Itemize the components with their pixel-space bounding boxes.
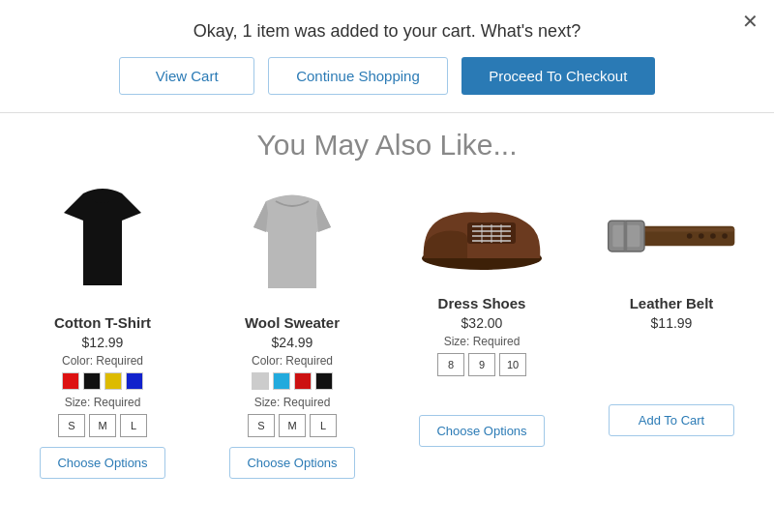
size-options-dress-shoes: 8 9 10: [437, 353, 526, 376]
svg-point-15: [699, 233, 704, 239]
products-row: Cotton T-Shirt $12.99 Color: Required Si…: [0, 179, 774, 479]
section-title: You May Also Like...: [0, 125, 774, 179]
size-s-cotton-tshirt[interactable]: S: [58, 414, 85, 437]
swatch-red2[interactable]: [294, 372, 312, 390]
size-9-dress-shoes[interactable]: 9: [468, 353, 495, 376]
product-name-wool-sweater: Wool Sweater: [245, 314, 340, 331]
view-cart-button[interactable]: View Cart: [119, 57, 254, 95]
size-8-dress-shoes[interactable]: 8: [437, 353, 464, 376]
size-m-cotton-tshirt[interactable]: M: [89, 414, 116, 437]
continue-shopping-button[interactable]: Continue Shopping: [268, 57, 448, 95]
choose-options-wool-sweater[interactable]: Choose Options: [229, 447, 355, 479]
swatch-gray[interactable]: [252, 372, 269, 390]
svg-point-14: [687, 233, 693, 239]
product-image-cotton-tshirt: [35, 179, 170, 305]
svg-point-16: [710, 233, 716, 239]
product-price-leather-belt: $11.99: [651, 315, 693, 331]
divider: [0, 112, 774, 113]
proceed-checkout-button[interactable]: Proceed To Checkout: [461, 57, 655, 95]
notification-text: Okay, 1 item was added to your cart. Wha…: [0, 0, 774, 57]
size-10-dress-shoes[interactable]: 10: [499, 353, 526, 376]
color-swatches-cotton-tshirt: [62, 372, 143, 390]
product-name-cotton-tshirt: Cotton T-Shirt: [54, 314, 151, 331]
color-label-wool-sweater: Color: Required: [252, 354, 333, 368]
product-name-dress-shoes: Dress Shoes: [438, 295, 526, 311]
product-card-wool-sweater: Wool Sweater $24.99 Color: Required Size…: [208, 179, 377, 479]
svg-point-17: [722, 233, 728, 239]
svg-rect-13: [624, 221, 628, 251]
swatch-yellow[interactable]: [104, 372, 122, 390]
size-l-cotton-tshirt[interactable]: L: [120, 414, 147, 437]
product-image-wool-sweater: [224, 179, 360, 305]
product-price-cotton-tshirt: $12.99: [82, 335, 124, 350]
swatch-lightblue[interactable]: [273, 372, 290, 390]
swatch-red[interactable]: [62, 372, 79, 390]
product-card-dress-shoes: Dress Shoes $32.00 Size: Required 8 9 10…: [398, 179, 567, 479]
choose-options-dress-shoes[interactable]: Choose Options: [419, 415, 545, 447]
product-card-leather-belt: Leather Belt $11.99 Add To Cart: [587, 179, 757, 479]
action-buttons-row: View Cart Continue Shopping Proceed To C…: [0, 57, 774, 112]
color-swatches-wool-sweater: [252, 372, 333, 390]
product-card-cotton-tshirt: Cotton T-Shirt $12.99 Color: Required Si…: [18, 179, 188, 479]
add-to-cart-leather-belt[interactable]: Add To Cart: [609, 404, 734, 436]
swatch-black[interactable]: [83, 372, 101, 390]
swatch-black2[interactable]: [315, 372, 333, 390]
size-l-wool-sweater[interactable]: L: [310, 414, 337, 437]
size-s-wool-sweater[interactable]: S: [248, 414, 275, 437]
size-label-wool-sweater: Size: Required: [254, 396, 331, 409]
product-image-dress-shoes: [414, 179, 550, 295]
size-label-cotton-tshirt: Size: Required: [65, 396, 141, 409]
color-label-cotton-tshirt: Color: Required: [62, 354, 143, 368]
swatch-blue[interactable]: [126, 372, 143, 390]
product-price-dress-shoes: $32.00: [461, 315, 503, 331]
close-button[interactable]: ✕: [742, 12, 759, 31]
size-options-wool-sweater: S M L: [248, 414, 337, 437]
product-image-leather-belt: [604, 179, 739, 295]
size-label-dress-shoes: Size: Required: [444, 335, 521, 348]
product-name-leather-belt: Leather Belt: [630, 295, 714, 311]
choose-options-cotton-tshirt[interactable]: Choose Options: [40, 447, 165, 479]
size-options-cotton-tshirt: S M L: [58, 414, 147, 437]
product-price-wool-sweater: $24.99: [272, 335, 313, 350]
size-m-wool-sweater[interactable]: M: [279, 414, 306, 437]
